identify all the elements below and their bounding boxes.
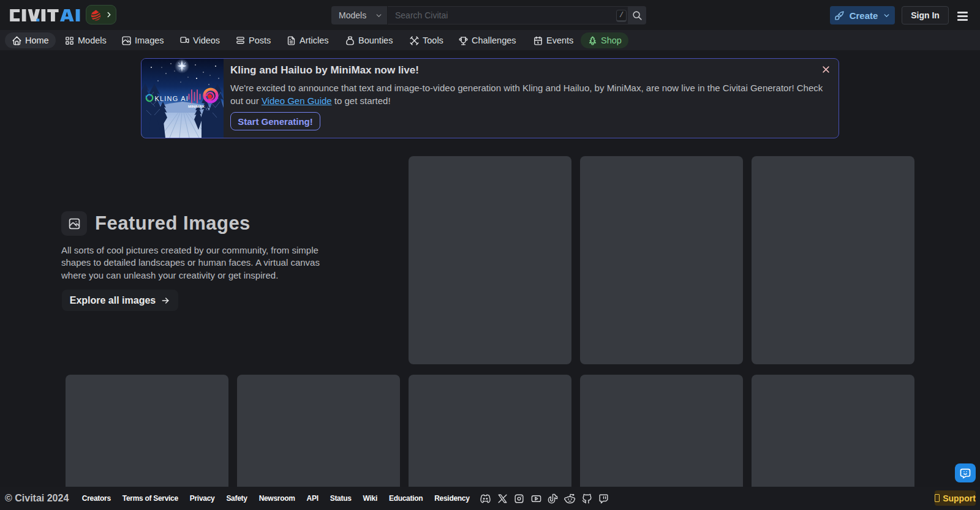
svg-text:KLING AI: KLING AI xyxy=(155,95,189,102)
svg-text:MINIMAX: MINIMAX xyxy=(188,104,205,108)
